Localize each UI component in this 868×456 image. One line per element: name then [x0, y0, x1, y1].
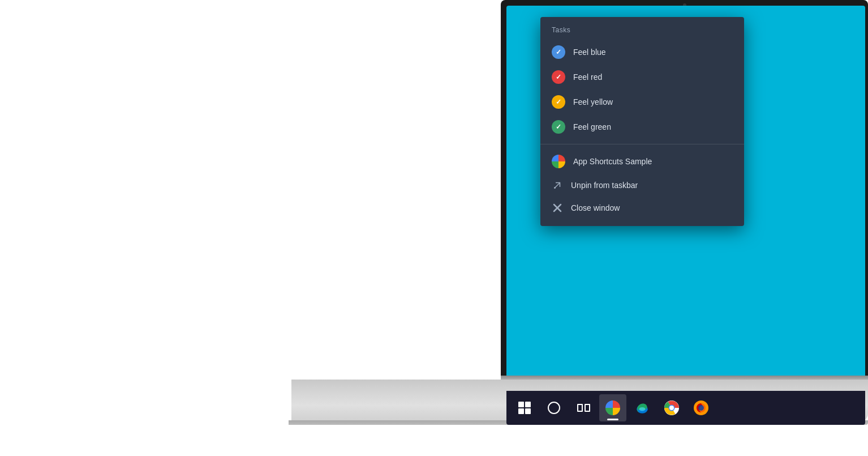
- taskbar-firefox-button[interactable]: [687, 394, 715, 421]
- firefox-icon: [694, 400, 708, 415]
- app-shortcuts-taskbar-icon: [605, 400, 620, 415]
- svg-point-1: [554, 187, 556, 189]
- taskview-icon: [577, 404, 590, 412]
- taskbar-chrome-button[interactable]: [658, 394, 685, 421]
- chrome-icon: [664, 400, 679, 415]
- svg-point-5: [639, 407, 646, 411]
- taskbar-app-shortcuts-button[interactable]: [599, 394, 626, 421]
- context-menu: Tasks ✓ Feel blue ✓ Feel red ✓ Feel yell…: [540, 17, 744, 226]
- feel-green-check: ✓: [556, 123, 561, 131]
- edge-icon: [635, 400, 650, 415]
- feel-green-icon: ✓: [552, 120, 565, 134]
- close-window-label: Close window: [571, 203, 620, 212]
- menu-item-feel-green[interactable]: ✓ Feel green: [540, 114, 744, 139]
- taskbar: [506, 391, 865, 425]
- menu-item-feel-red[interactable]: ✓ Feel red: [540, 65, 744, 90]
- windows-icon: [518, 402, 531, 414]
- taskbar-taskview-button[interactable]: [570, 394, 597, 421]
- context-menu-section-label: Tasks: [540, 24, 744, 40]
- close-window-icon: [552, 202, 563, 214]
- feel-blue-check: ✓: [556, 48, 561, 56]
- feel-red-label: Feel red: [573, 73, 602, 82]
- menu-item-app-shortcuts[interactable]: App Shortcuts Sample: [540, 149, 744, 174]
- feel-green-label: Feel green: [573, 122, 611, 131]
- feel-yellow-label: Feel yellow: [573, 97, 613, 106]
- app-shortcuts-icon: [552, 155, 565, 168]
- feel-yellow-check: ✓: [556, 98, 561, 106]
- feel-red-check: ✓: [556, 73, 561, 81]
- svg-point-8: [669, 406, 674, 410]
- unpin-label: Unpin from taskbar: [571, 181, 638, 190]
- svg-point-11: [698, 405, 704, 411]
- menu-item-feel-yellow[interactable]: ✓ Feel yellow: [540, 90, 744, 114]
- feel-blue-label: Feel blue: [573, 48, 606, 57]
- menu-item-unpin[interactable]: Unpin from taskbar: [540, 174, 744, 197]
- feel-blue-icon: ✓: [552, 45, 565, 59]
- taskbar-cortana-button[interactable]: [540, 394, 568, 421]
- screen: Tasks ✓ Feel blue ✓ Feel red ✓ Feel yell…: [506, 6, 865, 425]
- taskbar-start-button[interactable]: [511, 394, 538, 421]
- svg-line-0: [555, 183, 560, 188]
- feel-yellow-icon: ✓: [552, 95, 565, 109]
- menu-separator-1: [540, 144, 744, 144]
- taskbar-edge-button[interactable]: [629, 394, 656, 421]
- unpin-icon: [552, 180, 563, 191]
- feel-red-icon: ✓: [552, 70, 565, 84]
- menu-item-close-window[interactable]: Close window: [540, 197, 744, 219]
- menu-item-feel-blue[interactable]: ✓ Feel blue: [540, 40, 744, 65]
- cortana-icon: [548, 402, 560, 414]
- app-shortcuts-label: App Shortcuts Sample: [573, 157, 652, 166]
